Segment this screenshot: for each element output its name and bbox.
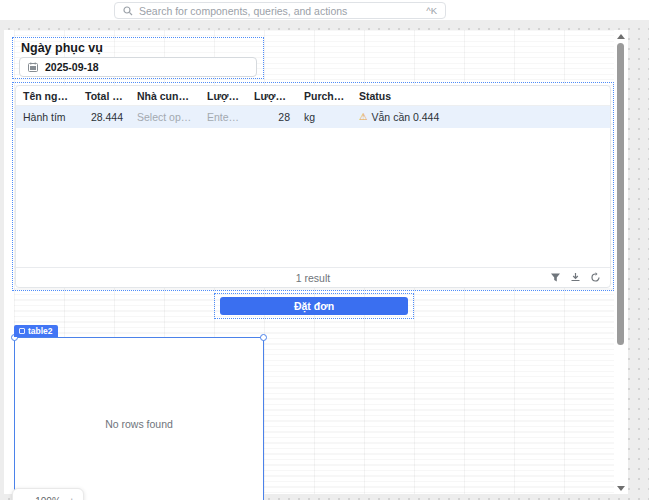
zoom-in-button[interactable]: +: [69, 495, 75, 500]
editor-background: Ngày phục vụ 2025-09-18 Tên nguyên l… To…: [0, 20, 649, 500]
table-row[interactable]: Hành tím 28.444 Select option Enter valu…: [16, 106, 610, 128]
cell-ingredient[interactable]: Hành tím: [16, 111, 78, 123]
date-section-label: Ngày phục vụ: [21, 41, 103, 55]
scrollbar-up-arrow-icon[interactable]: [617, 34, 625, 39]
date-input[interactable]: 2025-09-18: [19, 57, 257, 77]
table1-empty-area: [16, 128, 610, 267]
scrollbar-thumb[interactable]: [617, 43, 624, 345]
search-placeholder: Search for components, queries, and acti…: [139, 5, 420, 17]
canvas-scrollbar[interactable]: [614, 30, 628, 494]
date-section-container[interactable]: Ngày phục vụ 2025-09-18: [12, 37, 264, 79]
download-icon[interactable]: [570, 272, 581, 283]
table2-name-label: table2: [28, 326, 53, 336]
warning-icon: ⚠: [359, 112, 368, 122]
column-header-quantity[interactable]: Lượng đặt: [200, 90, 247, 102]
app-canvas: Ngày phục vụ 2025-09-18 Tên nguyên l… To…: [4, 30, 628, 494]
order-button-selection: Đặt đơn: [214, 293, 414, 319]
column-header-total-required[interactable]: Total require…: [78, 90, 130, 102]
search-icon: [123, 6, 133, 16]
order-button[interactable]: Đặt đơn: [220, 297, 408, 315]
table1-header-row: Tên nguyên l… Total require… Nhà cung ứn…: [16, 86, 610, 106]
calendar-icon: [28, 62, 38, 72]
column-header-status[interactable]: Status: [352, 90, 610, 102]
cell-ordered[interactable]: 28: [247, 111, 297, 123]
table1-footer: 1 result: [16, 267, 610, 287]
top-bar: Search for components, queries, and acti…: [0, 0, 649, 20]
filter-icon[interactable]: [550, 272, 561, 283]
cell-purchase-unit[interactable]: kg: [297, 111, 352, 123]
scrollbar-down-arrow-icon[interactable]: [617, 486, 625, 491]
table2-empty-message: No rows found: [15, 418, 263, 430]
table-icon: [19, 328, 25, 334]
cell-quantity-input[interactable]: Enter value: [200, 111, 247, 123]
table2-name-badge[interactable]: table2: [14, 325, 58, 337]
search-shortcut: ^K: [426, 5, 437, 16]
resize-handle-top-right[interactable]: [260, 334, 267, 341]
column-header-ingredient[interactable]: Tên nguyên l…: [16, 90, 78, 102]
table1: Tên nguyên l… Total require… Nhà cung ứn…: [15, 85, 611, 288]
cell-supplier-select[interactable]: Select option: [130, 111, 200, 123]
cell-status[interactable]: ⚠ Vẫn cần 0.444: [352, 111, 610, 123]
zoom-level[interactable]: 100%: [35, 496, 61, 500]
date-value: 2025-09-18: [45, 61, 99, 73]
zoom-control: − 100% +: [12, 488, 84, 500]
column-header-ordered[interactable]: Lượng đã đặt: [247, 90, 297, 102]
table1-selection[interactable]: Tên nguyên l… Total require… Nhà cung ứn…: [12, 82, 614, 291]
refresh-icon[interactable]: [590, 272, 601, 283]
cell-total-required[interactable]: 28.444: [78, 111, 130, 123]
column-header-purchase-unit[interactable]: Purchase unit: [297, 90, 352, 102]
result-count: 1 result: [16, 272, 610, 284]
search-input[interactable]: Search for components, queries, and acti…: [114, 2, 446, 19]
zoom-out-button[interactable]: −: [21, 495, 27, 500]
column-header-supplier[interactable]: Nhà cung ứng: [130, 90, 200, 102]
status-text: Vẫn cần 0.444: [372, 111, 440, 123]
table2[interactable]: No rows found: [14, 337, 264, 500]
